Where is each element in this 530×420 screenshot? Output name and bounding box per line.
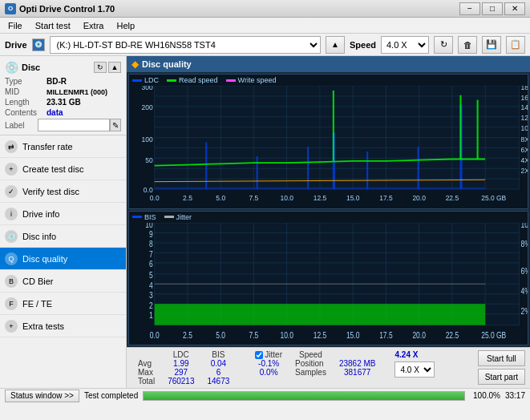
save-button[interactable]: 📋: [506, 36, 525, 54]
svg-text:2X: 2X: [521, 167, 528, 176]
content-area: ◆ Disc quality LDC Read speed: [127, 56, 530, 388]
svg-text:12.5: 12.5: [314, 194, 326, 203]
status-window-button[interactable]: Status window >>: [5, 390, 79, 402]
chart2-svg: 10 9 8 7 6 5 4 3 2 1: [129, 223, 528, 345]
svg-text:0.0: 0.0: [144, 185, 153, 194]
mid-label: MID: [5, 87, 47, 96]
svg-text:15.0: 15.0: [346, 194, 359, 203]
erase-button[interactable]: 🗑: [458, 36, 477, 54]
sidebar-item-extra-tests[interactable]: + Extra tests: [0, 315, 126, 337]
col-spacer: [236, 350, 249, 359]
legend-read: Read speed: [167, 76, 218, 84]
maximize-button[interactable]: □: [482, 2, 503, 15]
refresh-button[interactable]: ↻: [434, 36, 453, 54]
sidebar-item-drive-info[interactable]: i Drive info: [0, 203, 126, 225]
svg-text:7.5: 7.5: [249, 194, 259, 203]
svg-text:12X: 12X: [521, 114, 528, 123]
total-bis: 14673: [201, 377, 237, 386]
sidebar-item-verify-test-disc[interactable]: ✓ Verify test disc: [0, 180, 126, 203]
stats-row-avg: Avg 1.99 0.04 -0.1% Position 23862 MB: [131, 359, 382, 368]
svg-text:50: 50: [145, 156, 152, 165]
svg-text:5.0: 5.0: [216, 194, 225, 203]
sidebar-item-cd-bier[interactable]: B CD Bier: [0, 270, 126, 293]
svg-text:100: 100: [142, 135, 153, 144]
disc-refresh-btn[interactable]: ↻: [94, 62, 107, 73]
disc-eject-btn[interactable]: ▲: [108, 62, 121, 73]
svg-text:0.0: 0.0: [150, 330, 160, 340]
label-input[interactable]: [38, 119, 110, 131]
progress-pct: 100.0%: [473, 391, 500, 400]
svg-text:7: 7: [149, 248, 153, 258]
stats-speed-dropdown[interactable]: 4.0 X: [394, 361, 435, 378]
bis-color: [132, 216, 142, 218]
type-label: Type: [5, 77, 47, 86]
ldc-color: [132, 79, 142, 82]
svg-text:2: 2: [149, 300, 153, 309]
sidebar-menu: ⇄ Transfer rate + Create test disc ✓ Ver…: [0, 135, 126, 386]
minimize-button[interactable]: −: [459, 2, 480, 15]
title-bar: O Opti Drive Control 1.70 − □ ✕: [0, 0, 530, 18]
total-ldc: 760213: [161, 377, 200, 386]
drive-select[interactable]: (K:) HL-DT-ST BD-RE WH16NS58 TST4: [50, 36, 321, 54]
jitter-checkbox[interactable]: [255, 351, 263, 359]
speed-select[interactable]: 4.0 X: [381, 36, 429, 54]
svg-text:18X: 18X: [521, 86, 528, 91]
max-label: Max: [131, 368, 161, 377]
menu-bar: File Start test Extra Help: [0, 18, 530, 34]
drive-icon: 💿: [32, 38, 45, 51]
drive-info-icon: i: [5, 208, 18, 220]
chart1-legend: LDC Read speed Write speed: [129, 75, 528, 86]
svg-text:6%: 6%: [521, 265, 528, 275]
svg-text:3: 3: [149, 290, 153, 300]
position-value: 23862 MB: [333, 359, 382, 368]
sidebar-item-transfer-rate[interactable]: ⇄ Transfer rate: [0, 135, 126, 158]
svg-rect-59: [477, 100, 479, 160]
sidebar-item-disc-quality[interactable]: Q Disc quality: [0, 248, 126, 270]
stats-row-total: Total 760213 14673: [131, 377, 382, 386]
dq-icon: ◆: [131, 59, 139, 70]
close-button[interactable]: ✕: [504, 2, 525, 15]
svg-text:0.0: 0.0: [150, 194, 160, 203]
sidebar: 💿 Disc ↻ ▲ Type BD-R MID MILLENMR1 (000)…: [0, 56, 127, 388]
extra-tests-icon: +: [5, 320, 18, 333]
chart1-container: LDC Read speed Write speed: [128, 74, 528, 209]
svg-text:20.0: 20.0: [412, 330, 426, 340]
max-ldc: 297: [161, 368, 200, 377]
svg-text:25.0 GB: 25.0 GB: [481, 194, 506, 203]
chart2-legend: BIS Jitter: [129, 212, 528, 223]
svg-rect-49: [155, 188, 485, 189]
disc-quality-header: ◆ Disc quality: [127, 56, 530, 72]
svg-text:9: 9: [149, 228, 153, 238]
avg-ldc: 1.99: [161, 359, 200, 368]
svg-text:14X: 14X: [521, 103, 528, 112]
start-part-button[interactable]: Start part: [478, 369, 525, 385]
menu-start-test[interactable]: Start test: [30, 20, 75, 31]
sidebar-item-fe-te[interactable]: F FE / TE: [0, 293, 126, 315]
svg-text:6X: 6X: [521, 146, 528, 155]
max-jitter: 0.0%: [249, 368, 289, 377]
write-speed-color: [226, 79, 236, 82]
time-display: 33:17: [505, 391, 525, 400]
menu-help[interactable]: Help: [111, 20, 140, 31]
app-icon: O: [5, 3, 16, 14]
sidebar-item-create-test-disc[interactable]: + Create test disc: [0, 158, 126, 180]
svg-text:10X: 10X: [521, 124, 528, 133]
stats-row-max: Max 297 6 0.0% Samples 381677: [131, 368, 382, 377]
svg-text:4X: 4X: [521, 156, 528, 165]
svg-rect-111: [155, 304, 485, 325]
sidebar-item-disc-info[interactable]: 💿 Disc info: [0, 225, 126, 248]
label-edit-btn[interactable]: ✎: [110, 119, 121, 131]
label-label: Label: [5, 121, 38, 130]
menu-file[interactable]: File: [3, 20, 27, 31]
action-buttons: Start full Start part: [478, 350, 525, 385]
eject-button[interactable]: ▲: [326, 36, 345, 54]
write-button[interactable]: 💾: [482, 36, 501, 54]
cd-bier-icon: B: [5, 275, 18, 288]
menu-extra[interactable]: Extra: [79, 20, 109, 31]
length-label: Length: [5, 98, 47, 107]
fe-te-icon: F: [5, 297, 18, 310]
drive-bar: Drive 💿 (K:) HL-DT-ST BD-RE WH16NS58 TST…: [0, 34, 530, 56]
start-full-button[interactable]: Start full: [478, 350, 525, 366]
dq-title: Disc quality: [142, 59, 192, 69]
mid-value: MILLENMR1 (000): [47, 88, 107, 96]
